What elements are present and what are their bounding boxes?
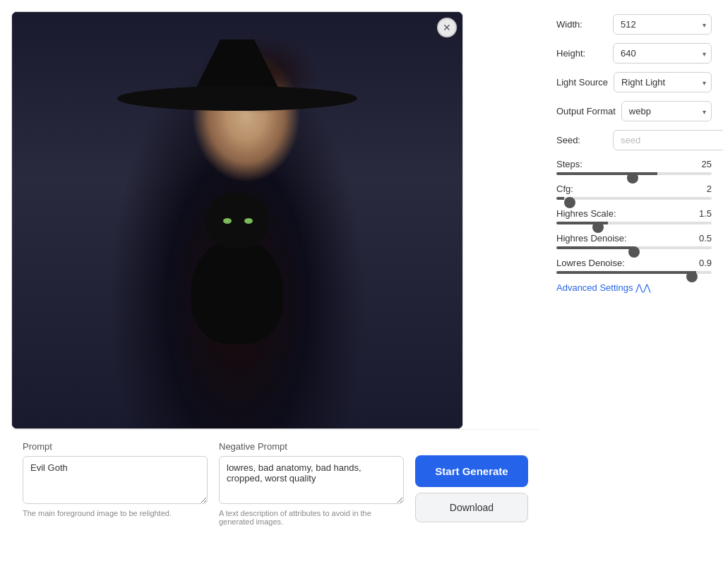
cfg-header: Cfg: 2 [556,184,712,194]
download-button[interactable]: Download [415,493,528,522]
generated-image [12,12,462,428]
highres-scale-header: Highres Scale: 1.5 [556,208,712,219]
light-source-label: Light Source [556,77,608,88]
light-source-control: Light Source Right Light Left Light Top … [556,72,712,92]
lowres-denoise-value: 0.9 [699,258,712,268]
highres-denoise-label: Highres Denoise: [556,233,627,244]
cfg-slider[interactable] [556,197,712,200]
image-container: ✕ [11,11,463,429]
cat-head [205,192,269,248]
buttons-group: Start Generate Download [415,441,528,522]
cfg-section: Cfg: 2 [556,184,712,200]
main-layout: ✕ Prompt The main fore [0,0,723,551]
light-source-select[interactable]: Right Light Left Light Top Light Bottom … [614,72,712,92]
negative-prompt-textarea[interactable] [219,456,404,504]
height-select[interactable]: 640 512 768 [613,43,712,64]
prompt-hint: The main foreground image to be relighte… [23,509,208,517]
highres-denoise-section: Highres Denoise: 0.5 [556,233,712,249]
output-format-label: Output Format [556,106,616,116]
advanced-settings-link[interactable]: Advanced Settings ⋀⋀ [556,282,712,293]
output-format-select[interactable]: webp png jpg [621,101,712,121]
left-panel: ✕ Prompt The main fore [11,11,539,540]
highres-scale-slider[interactable] [556,222,712,224]
highres-scale-section: Highres Scale: 1.5 [556,208,712,224]
prompt-group: Prompt The main foreground image to be r… [23,441,208,517]
width-control: Width: 512 768 1024 ▾ [556,14,712,35]
lowres-denoise-header: Lowres Denoise: 0.9 [556,258,712,268]
advanced-settings-label: Advanced Settings [556,282,633,293]
steps-header: Steps: 25 [556,159,712,169]
cat-body [191,238,283,344]
light-source-select-wrapper: Right Light Left Light Top Light Bottom … [614,72,712,92]
negative-prompt-group: Negative Prompt A text description of at… [219,441,404,526]
negative-prompt-label: Negative Prompt [219,441,404,452]
output-format-control: Output Format webp png jpg ▾ [556,101,712,121]
height-select-wrapper: 640 512 768 ▾ [613,43,712,64]
advanced-settings-icon: ⋀⋀ [635,282,651,293]
cat-eye-left [223,218,232,224]
close-button[interactable]: ✕ [437,18,457,37]
steps-section: Steps: 25 [556,159,712,175]
highres-denoise-value: 0.5 [699,233,712,244]
width-select-wrapper: 512 768 1024 ▾ [613,14,712,35]
witch-figure-bg [12,12,462,428]
seed-input[interactable] [613,130,723,150]
highres-denoise-header: Highres Denoise: 0.5 [556,233,712,244]
highres-denoise-slider[interactable] [556,246,712,249]
prompt-textarea[interactable] [23,456,208,504]
witch-hat-brim [117,86,357,111]
height-label: Height: [556,48,607,59]
cfg-value: 2 [707,184,712,194]
steps-label: Steps: [556,159,582,169]
lowres-denoise-slider[interactable] [556,271,712,274]
width-label: Width: [556,19,607,30]
right-panel: Width: 512 768 1024 ▾ Height: 640 512 76… [556,11,712,540]
height-control: Height: 640 512 768 ▾ [556,43,712,64]
prompt-label: Prompt [23,441,208,452]
cat-eye-right [244,218,253,224]
generate-button[interactable]: Start Generate [415,455,528,487]
highres-scale-value: 1.5 [699,208,712,219]
prompts-row: Prompt The main foreground image to be r… [23,441,528,526]
lowres-denoise-label: Lowres Denoise: [556,258,625,268]
seed-label: Seed: [556,135,607,145]
negative-prompt-hint: A text description of attributes to avoi… [219,509,404,526]
cfg-label: Cfg: [556,184,573,194]
steps-slider[interactable] [556,172,712,175]
steps-value: 25 [702,159,712,169]
bottom-section: Prompt The main foreground image to be r… [11,429,539,540]
output-format-select-wrapper: webp png jpg ▾ [621,101,712,121]
lowres-denoise-section: Lowres Denoise: 0.9 [556,258,712,274]
seed-control: Seed: [556,130,712,150]
highres-scale-label: Highres Scale: [556,208,616,219]
width-select[interactable]: 512 768 1024 [613,14,712,35]
close-icon: ✕ [443,22,451,33]
